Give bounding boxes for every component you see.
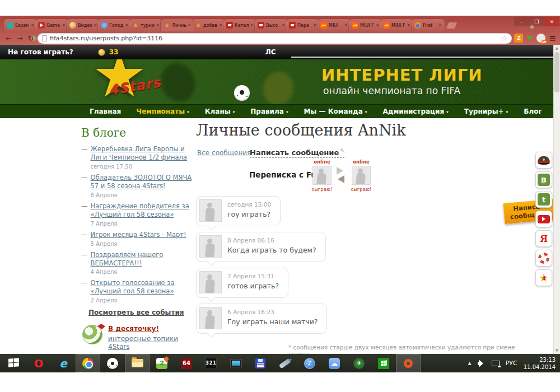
browser-tab[interactable]: Высо [254,18,288,31]
play-status-link[interactable]: сыграю! [309,186,335,192]
blog-post-link[interactable]: Игрок месяца 4Stars - Март! [91,231,186,239]
taskbar-explorer[interactable] [125,354,150,372]
proxy-globe-icon[interactable]: off [536,34,545,43]
tab-close-icon[interactable] [376,23,379,27]
browser-tab[interactable]: Espan [3,18,38,31]
tray-clock[interactable]: 23:13 11.04.2014 [524,356,556,371]
tab-close-icon[interactable] [94,23,97,27]
nav-tournaments[interactable]: Турниры+ [464,108,508,115]
top-ten-link[interactable]: В десяточку! [108,325,194,333]
minimize-button[interactable]: – [514,17,529,26]
blog-post-link[interactable]: Поздравляем нашего ВЕБМАСТЕРА!!! [91,251,195,268]
browser-tab[interactable]: Голод [97,18,132,31]
taskbar-2gis[interactable]: 2 [150,354,174,372]
army-cap-icon[interactable] [535,152,552,169]
view-all-events-link[interactable]: Посмотреть все события [88,309,194,316]
url-text[interactable]: fifa4stars.ru/userposts.php?id=3116 [50,35,498,42]
sender-avatar[interactable] [199,235,222,258]
yandex-icon[interactable]: Я [535,230,552,247]
blog-post-link[interactable]: Жеребьевка Лига Европы и Лиги Чемпионов … [91,145,195,162]
scrollbar-thumb[interactable] [554,52,559,92]
language-indicator[interactable]: РУС [506,360,517,367]
user-avatar[interactable]: online сыграю! [312,166,332,185]
browser-tab[interactable]: турни [129,18,163,31]
blog-post-link[interactable]: Обладатель ЗОЛОТОГО МЯЧА 57 и 58 сезона … [91,174,195,190]
taskbar-chrome[interactable] [76,354,100,372]
ready-status-link[interactable]: Не готов играть? [8,48,73,56]
browser-tab[interactable]: MIUI [317,18,351,31]
sender-avatar[interactable] [199,271,222,293]
start-button[interactable] [2,354,26,372]
interesting-topics-link[interactable]: интересные топики 4Stars [108,335,194,351]
tab-close-icon[interactable] [313,23,316,27]
extension-z-icon[interactable]: Z [514,34,523,43]
scroll-down-icon[interactable]: ▼ [556,348,558,353]
blog-post-link[interactable]: Открыто голосование за «Лучший гол 58 се… [91,279,195,296]
browser-tab[interactable]: Видео [66,18,100,31]
all-messages-link[interactable]: Все сообщения [197,149,251,157]
address-bar[interactable]: fifa4stars.ru/userposts.php?id=3116 ☆ [38,33,512,44]
compose-message-link[interactable]: Написать сообщение✎ [250,148,344,158]
taskbar-opera[interactable]: O [26,354,51,372]
taskbar-internet-explorer[interactable]: e [51,354,76,372]
taskbar-flight-app[interactable]: ✈ [347,354,371,372]
back-icon[interactable]: ← [4,35,13,42]
forward-icon[interactable]: → [15,35,24,42]
tab-close-icon[interactable] [125,23,128,27]
play-status-link[interactable]: сыграю! [348,186,374,192]
private-messages-link[interactable]: ЛС [265,48,276,56]
user-avatar[interactable]: online сыграю! [352,166,371,185]
tray-expand-icon[interactable]: ▲ [468,361,472,366]
browser-tab[interactable]: Пере [286,18,320,31]
taskbar-origin[interactable] [396,354,421,372]
display-settings-icon[interactable] [492,361,500,366]
nav-clans[interactable]: Кланы [205,108,236,115]
browser-tab[interactable]: Game [35,18,69,31]
taskbar-itunes[interactable]: ♪ [297,354,322,372]
taskbar-mpc[interactable]: 321 [199,354,223,372]
fourstars-star-icon[interactable]: ★4 [535,269,552,286]
browser-tab[interactable]: добав [192,18,226,31]
nav-administration[interactable]: Администрация [382,108,449,115]
maximize-button[interactable]: ❐ [529,17,544,26]
tab-close-icon[interactable] [282,23,285,27]
nav-blog[interactable]: Блог [524,108,542,115]
volume-icon[interactable] [478,360,486,367]
tab-close-icon[interactable] [407,23,410,27]
taskbar-aida64[interactable]: 64 [174,354,199,372]
sender-avatar[interactable] [199,199,222,222]
tab-close-icon[interactable] [62,23,66,27]
tab-close-icon[interactable] [156,23,160,27]
taskbar-windows-store[interactable] [371,354,396,372]
vk-icon[interactable]: В [535,171,552,188]
taskbar-football-app[interactable] [100,354,125,372]
lifebuoy-icon[interactable] [535,250,552,267]
browser-tab[interactable]: Катал [223,18,257,31]
nav-rules[interactable]: Правила [250,108,288,115]
bookmark-star-icon[interactable]: ☆ [501,34,508,43]
nav-home[interactable]: Главная [90,108,121,115]
twitter-icon[interactable]: t [535,191,552,208]
page-scrollbar[interactable]: ▲ ▼ [553,45,560,354]
taskbar-backup-app[interactable] [248,354,273,372]
sender-avatar[interactable] [199,307,222,329]
download-extension-icon[interactable] [525,34,534,43]
reload-icon[interactable]: ↻ [26,35,35,42]
blog-post-link[interactable]: Награждение победителя за «Лучший гол 58… [91,202,195,219]
taskbar-icloud[interactable]: ☁ [322,354,347,372]
nav-team[interactable]: Мы — Команда [304,108,368,115]
tab-close-icon[interactable] [219,23,222,27]
browser-tab[interactable]: MIUI F [380,18,414,31]
browser-tab[interactable]: MIUI F [348,18,382,31]
tab-close-icon[interactable] [250,23,254,27]
browser-tab[interactable]: Firef [411,18,445,31]
taskbar-rocket-app[interactable] [273,354,297,372]
tab-close-icon[interactable] [438,23,442,27]
close-button[interactable]: ✕ [544,17,559,26]
scroll-up-icon[interactable]: ▲ [556,46,558,50]
youtube-icon[interactable] [535,211,552,227]
tab-close-icon[interactable] [31,23,34,27]
browser-tab-active[interactable]: Личнь [160,18,194,31]
taskbar-display-app[interactable] [223,354,248,372]
chrome-menu-icon[interactable]: ≡ [549,34,556,43]
